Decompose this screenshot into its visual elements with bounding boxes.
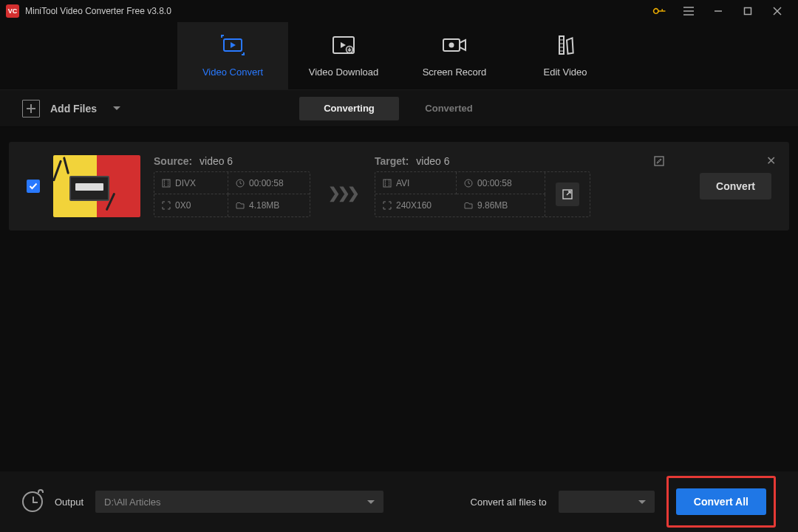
target-size: 9.86MB (457, 194, 545, 216)
output-path-select[interactable]: D:\All Articles (95, 491, 383, 513)
add-files-button[interactable]: Add Files (22, 100, 120, 117)
source-duration: 00:00:58 (228, 172, 310, 194)
key-icon[interactable] (644, 0, 674, 22)
app-logo-icon: VC (6, 4, 19, 18)
menu-icon[interactable] (674, 0, 703, 22)
source-label: Source: video 6 (154, 155, 310, 167)
settings-expand-icon (562, 188, 573, 200)
edit-icon (555, 34, 576, 56)
maximize-button[interactable] (733, 0, 763, 22)
target-format: AVI (375, 172, 457, 194)
tab-screen-record[interactable]: Screen Record (399, 22, 510, 89)
convert-all-button[interactable]: Convert All (676, 488, 766, 515)
app-title: MiniTool Video Converter Free v3.8.0 (25, 6, 171, 16)
chevron-down-icon (367, 500, 375, 504)
minimize-button[interactable] (703, 0, 733, 22)
target-label: Target: video 6 (375, 155, 449, 167)
format-icon (383, 179, 392, 188)
convert-icon (220, 34, 245, 56)
svg-marker-13 (341, 42, 346, 48)
tab-video-convert[interactable]: Video Convert (177, 22, 288, 89)
source-size: 4.18MB (228, 194, 310, 216)
output-label: Output (55, 497, 83, 508)
tab-converting[interactable]: Converting (299, 97, 399, 120)
source-format: DIVX (154, 172, 228, 194)
main-tabs: Video Convert Video Download Screen Reco… (0, 22, 798, 90)
schedule-icon[interactable] (22, 491, 43, 512)
target-duration: 00:00:58 (457, 172, 545, 194)
source-info: Source: video 6 DIVX 00:00:58 0X0 (154, 155, 310, 217)
svg-point-0 (652, 7, 659, 14)
titlebar: VC MiniTool Video Converter Free v3.8.0 (0, 0, 798, 22)
footer: Output D:\All Articles Convert all files… (0, 471, 798, 532)
source-filename: video 6 (200, 155, 233, 167)
clock-icon (464, 179, 473, 188)
tab-converted[interactable]: Converted (399, 97, 499, 120)
tab-edit-video[interactable]: Edit Video (510, 22, 621, 89)
tab-video-download[interactable]: Video Download (288, 22, 399, 89)
svg-marker-17 (460, 40, 466, 50)
clock-icon (236, 179, 245, 188)
size-icon (464, 201, 473, 210)
toolbar: Add Files Converting Converted (0, 90, 798, 127)
svg-rect-7 (745, 8, 751, 15)
remove-file-icon[interactable]: ✕ (766, 154, 776, 168)
svg-point-18 (449, 43, 454, 48)
tab-label: Video Convert (202, 66, 263, 78)
arrows-icon: ❯❯❯ (324, 184, 361, 202)
tab-label: Video Download (309, 66, 378, 78)
add-files-label: Add Files (50, 103, 97, 115)
chevron-down-icon (113, 106, 120, 110)
target-filename: video 6 (416, 155, 449, 167)
output-path-value: D:\All Articles (104, 497, 161, 508)
target-settings (545, 172, 590, 216)
convert-all-highlight: Convert All (666, 476, 776, 528)
sub-tabs: Converting Converted (299, 97, 499, 120)
convert-button[interactable]: Convert (700, 173, 771, 200)
tab-label: Screen Record (423, 66, 487, 78)
file-thumbnail (53, 155, 140, 217)
svg-marker-11 (231, 42, 236, 48)
svg-rect-24 (163, 180, 170, 187)
add-file-icon (22, 100, 40, 117)
svg-rect-28 (655, 157, 664, 166)
edit-target-icon[interactable] (654, 156, 664, 166)
target-dimensions: 240X160 (375, 194, 457, 216)
convert-all-format-select[interactable] (559, 491, 655, 513)
record-icon (442, 34, 467, 56)
svg-rect-29 (383, 180, 391, 187)
target-info: Target: video 6 AVI 00:00:58 (375, 155, 686, 217)
dimensions-icon (162, 201, 171, 210)
file-checkbox[interactable] (27, 180, 40, 193)
tab-label: Edit Video (543, 66, 587, 78)
close-button[interactable] (763, 0, 792, 22)
size-icon (236, 201, 245, 210)
format-icon (162, 179, 171, 188)
source-dimensions: 0X0 (154, 194, 228, 216)
file-row: Source: video 6 DIVX 00:00:58 0X0 (9, 142, 789, 231)
chevron-down-icon (638, 500, 646, 504)
convert-all-to-label: Convert all files to (471, 497, 547, 508)
download-icon (332, 34, 355, 56)
svg-line-34 (567, 191, 570, 195)
file-list: Source: video 6 DIVX 00:00:58 0X0 (0, 127, 798, 471)
target-settings-button[interactable] (556, 183, 579, 206)
dimensions-icon (383, 201, 392, 210)
